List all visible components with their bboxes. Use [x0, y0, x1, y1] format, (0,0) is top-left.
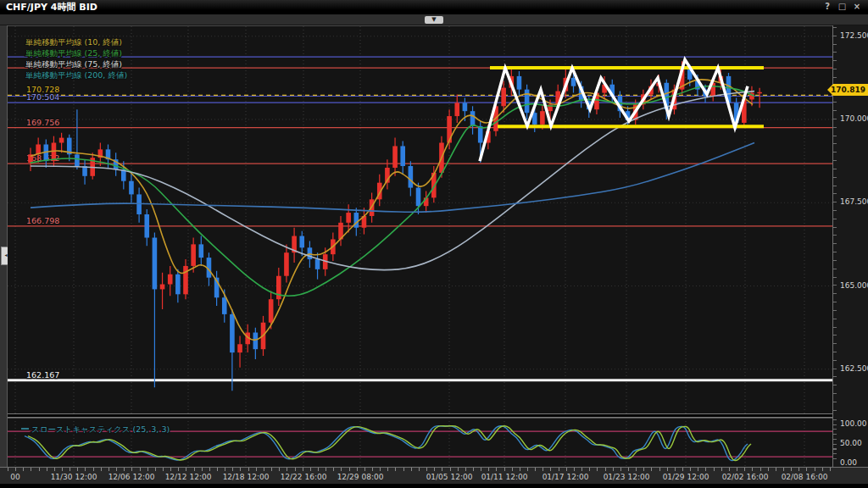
candle-body [269, 299, 274, 323]
stoch-axis-label: 50.00 [840, 439, 862, 447]
candle-body [284, 252, 289, 276]
level-price-label: 170.504 [26, 92, 59, 102]
collapse-panel-button[interactable]: ▼ [425, 16, 443, 24]
level-price-label: 162.167 [26, 370, 59, 380]
time-axis-label: 02/08 16:00 [782, 473, 828, 481]
time-axis-label: 12/18 12:00 [223, 473, 270, 481]
candle-body [199, 244, 204, 258]
price-axis-label: 167.500 [840, 197, 868, 206]
candle-body [757, 92, 762, 94]
candle-body [52, 143, 57, 162]
stoch-axis-ticks [833, 419, 837, 463]
candle-body [253, 333, 259, 350]
current-price-badge: 170.819 [827, 84, 868, 96]
candle-body [136, 194, 142, 214]
window-controls: ? □ × [821, 0, 863, 14]
time-axis-label: 12/12 12:00 [165, 473, 212, 481]
legend-item: 単純移動平均線 (200, 終値) [25, 70, 127, 80]
candle-body [160, 285, 165, 290]
help-button[interactable]: ? [821, 0, 833, 13]
time-axis-ticks [8, 468, 832, 471]
price-axis-label: 172.500 [840, 31, 868, 40]
time-axis-label: 01/17 12:00 [542, 473, 589, 481]
time-axis-label: 01/29 12:00 [663, 473, 709, 481]
candle-body [454, 103, 459, 116]
time-axis-label: 00 [10, 473, 19, 481]
stochastics-panel[interactable]: スローストキャスティクス (25, 3, 3) [8, 418, 832, 466]
candle-body [299, 236, 304, 248]
time-axis-label: 01/11 12:00 [481, 473, 528, 481]
price-axis-label: 162.500 [840, 364, 868, 373]
time-axis-label: 12/29 08:00 [337, 473, 384, 481]
candle-body [222, 297, 227, 314]
candle-body [354, 213, 359, 228]
price-axis-label: 165.000 [840, 281, 868, 290]
trading-app-window: CHF/JPY 4時間 BID ? □ × ▼ ◂ 170.728170.504… [0, 0, 868, 488]
candle-body [447, 116, 452, 142]
candle-body [59, 138, 64, 143]
legend-item: 単純移動平均線 (10, 終値) [25, 37, 122, 47]
candle-body [409, 166, 414, 188]
time-axis-label: 12/06 12:00 [108, 473, 155, 481]
time-axis[interactable]: 0011/30 12:0012/06 12:0012/12 12:0012/18… [0, 467, 868, 484]
stochastics-canvas[interactable]: スローストキャスティクス (25, 3, 3) [8, 418, 832, 466]
candle-body [470, 111, 476, 126]
candle-body [191, 244, 196, 266]
candle-body [175, 274, 181, 295]
level-price-label: 169.756 [26, 118, 59, 127]
stoch-axis-label: 0.00 [840, 458, 857, 467]
legend-item: 単純移動平均線 (75, 終値) [25, 59, 122, 69]
candle-body [517, 76, 522, 90]
legend-item: 単純移動平均線 (25, 終値) [25, 48, 122, 58]
level-price-label: 166.798 [26, 216, 59, 225]
candle-body [501, 88, 506, 107]
candle-body [540, 111, 545, 125]
candle-body [463, 103, 468, 111]
time-axis-label: 01/05 12:00 [426, 473, 473, 481]
main-chart-area[interactable]: 170.728170.504169.756168.672166.798162.1… [8, 25, 832, 414]
time-axis-label: 01/23 12:00 [604, 473, 650, 481]
candle-body [525, 90, 530, 114]
bottom-strip [0, 484, 868, 488]
candle-body [346, 213, 351, 223]
price-axis-label: 170.000 [840, 114, 868, 123]
candle-body [230, 314, 235, 352]
time-axis-label: 02/02 16:00 [722, 473, 769, 481]
candle-body [168, 274, 173, 285]
candle-body [129, 181, 134, 195]
candle-body [392, 146, 398, 168]
toolbar-strip: ▼ [0, 14, 868, 25]
candle-body [478, 126, 483, 143]
candle-body [237, 344, 242, 352]
zigzag-drawing [480, 59, 748, 161]
close-button[interactable]: × [851, 0, 863, 13]
candle-body [183, 266, 188, 294]
candle-body [400, 146, 405, 166]
maximize-button[interactable]: □ [837, 0, 849, 13]
time-axis-label: 11/30 12:00 [51, 473, 97, 481]
candlestick-chart-canvas[interactable]: 170.728170.504169.756168.672166.798162.1… [8, 26, 832, 414]
candle-body [571, 78, 576, 86]
time-axis-label: 12/22 16:00 [281, 473, 327, 481]
candle-body [153, 238, 158, 290]
candle-body [75, 154, 80, 166]
window-title: CHF/JPY 4時間 BID [6, 2, 97, 13]
candle-body [144, 214, 149, 238]
stoch-legend-label: スローストキャスティクス (25, 3, 3) [31, 424, 170, 434]
title-bar[interactable]: CHF/JPY 4時間 BID ? □ × [0, 0, 868, 14]
left-panel-rail: ◂ [0, 25, 8, 484]
stoch-axis-label: 100.00 [840, 419, 867, 428]
candle-body [315, 259, 320, 269]
candle-body [416, 188, 421, 207]
sma75-line [31, 92, 754, 270]
